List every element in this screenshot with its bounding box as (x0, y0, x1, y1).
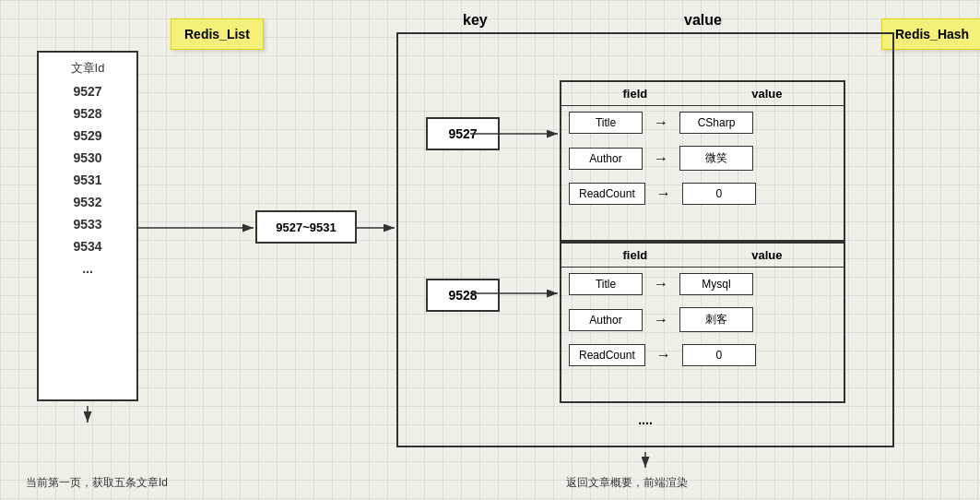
range-box: 9527~9531 (255, 210, 357, 244)
bottom-label-right: 返回文章概要，前端渲染 (535, 475, 719, 491)
key-cell-9528: 9528 (426, 279, 500, 312)
article-list-box: 文章Id 9527 9528 9529 9530 9531 9532 9533 … (37, 51, 138, 401)
article-list-header: 文章Id (71, 60, 105, 77)
key-cell-9527: 9527 (426, 117, 500, 150)
hash1-row-readcount: ReadCount → 0 (561, 177, 844, 210)
kv-container: key value 9527 field value Title → CShar… (396, 32, 894, 447)
hash2-value-label: value (751, 248, 782, 262)
hash1-field-label: field (623, 87, 648, 101)
hash1-field-author: Author (569, 148, 643, 170)
sticky-redis-hash: Redis_Hash (881, 18, 980, 50)
hash1-value-title: CSharp (679, 112, 753, 134)
hash-box-1: field value Title → CSharp Author → 微笑 R… (560, 80, 845, 242)
article-id-more: ... (82, 262, 93, 275)
hash2-value-author: 刺客 (679, 307, 753, 332)
hash2-row-author: Author → 刺客 (561, 302, 844, 339)
article-id-9528: 9528 (73, 107, 101, 120)
article-id-9530: 9530 (73, 151, 101, 164)
hash-box-2: field value Title → Mysql Author → 刺客 Re… (560, 242, 845, 403)
kv-key-label: key (463, 12, 488, 29)
hash1-value-readcount: 0 (682, 183, 756, 205)
hash1-row-title: Title → CSharp (561, 106, 844, 140)
hash1-value-author: 微笑 (679, 146, 753, 171)
hash2-row-title: Title → Mysql (561, 268, 844, 302)
article-id-9529: 9529 (73, 129, 101, 142)
hash1-field-readcount: ReadCount (569, 183, 645, 205)
sticky-redis-list: Redis_List (171, 18, 264, 50)
hash2-field-title: Title (569, 273, 643, 295)
article-id-9532: 9532 (73, 196, 101, 208)
hash1-field-title: Title (569, 112, 643, 134)
kv-value-label: value (684, 12, 722, 29)
hash2-row-readcount: ReadCount → 0 (561, 339, 844, 372)
hash2-value-readcount: 0 (682, 344, 756, 366)
article-id-9533: 9533 (73, 218, 101, 231)
hash1-row-author: Author → 微笑 (561, 140, 844, 177)
hash2-field-readcount: ReadCount (569, 344, 645, 366)
article-id-9531: 9531 (73, 173, 101, 186)
kv-more-label: .... (398, 412, 892, 427)
hash1-value-label: value (751, 87, 782, 101)
article-id-9534: 9534 (73, 240, 101, 253)
hash2-value-title: Mysql (679, 273, 753, 295)
bottom-label-left: 当前第一页，获取五条文章Id (23, 475, 171, 491)
hash2-field-label: field (623, 248, 648, 262)
hash2-field-author: Author (569, 309, 643, 331)
article-id-9527: 9527 (73, 85, 101, 98)
